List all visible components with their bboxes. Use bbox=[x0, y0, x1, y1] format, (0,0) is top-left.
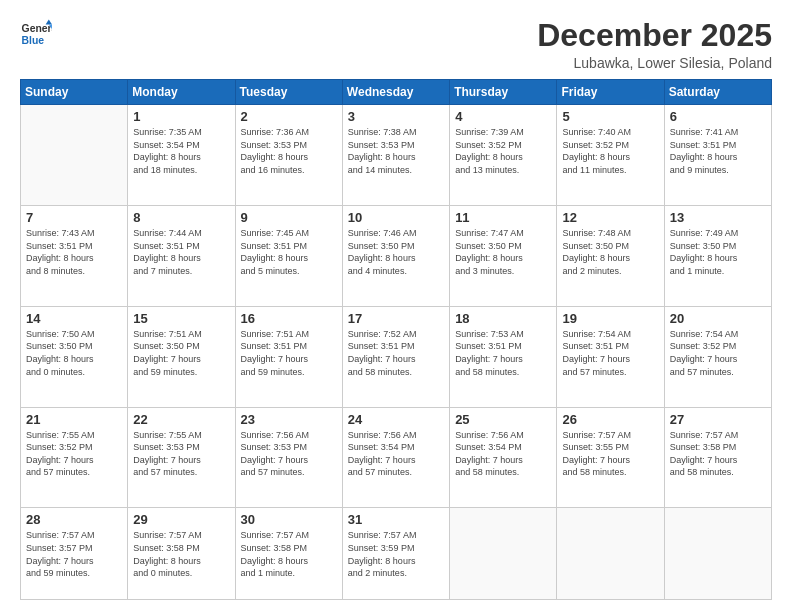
cell-info: Sunrise: 7:36 AM Sunset: 3:53 PM Dayligh… bbox=[241, 126, 337, 176]
calendar-cell: 7Sunrise: 7:43 AM Sunset: 3:51 PM Daylig… bbox=[21, 205, 128, 306]
cell-info: Sunrise: 7:45 AM Sunset: 3:51 PM Dayligh… bbox=[241, 227, 337, 277]
day-number: 7 bbox=[26, 210, 122, 225]
calendar-cell: 22Sunrise: 7:55 AM Sunset: 3:53 PM Dayli… bbox=[128, 407, 235, 508]
cell-info: Sunrise: 7:44 AM Sunset: 3:51 PM Dayligh… bbox=[133, 227, 229, 277]
cell-info: Sunrise: 7:41 AM Sunset: 3:51 PM Dayligh… bbox=[670, 126, 766, 176]
calendar-cell: 4Sunrise: 7:39 AM Sunset: 3:52 PM Daylig… bbox=[450, 105, 557, 206]
cell-info: Sunrise: 7:52 AM Sunset: 3:51 PM Dayligh… bbox=[348, 328, 444, 378]
cell-info: Sunrise: 7:57 AM Sunset: 3:55 PM Dayligh… bbox=[562, 429, 658, 479]
day-number: 23 bbox=[241, 412, 337, 427]
cell-info: Sunrise: 7:57 AM Sunset: 3:58 PM Dayligh… bbox=[133, 529, 229, 579]
day-number: 25 bbox=[455, 412, 551, 427]
cell-info: Sunrise: 7:55 AM Sunset: 3:53 PM Dayligh… bbox=[133, 429, 229, 479]
calendar-cell: 31Sunrise: 7:57 AM Sunset: 3:59 PM Dayli… bbox=[342, 508, 449, 600]
day-number: 2 bbox=[241, 109, 337, 124]
header-monday: Monday bbox=[128, 80, 235, 105]
header-friday: Friday bbox=[557, 80, 664, 105]
cell-info: Sunrise: 7:46 AM Sunset: 3:50 PM Dayligh… bbox=[348, 227, 444, 277]
calendar-cell: 2Sunrise: 7:36 AM Sunset: 3:53 PM Daylig… bbox=[235, 105, 342, 206]
day-number: 22 bbox=[133, 412, 229, 427]
cell-info: Sunrise: 7:50 AM Sunset: 3:50 PM Dayligh… bbox=[26, 328, 122, 378]
subtitle: Lubawka, Lower Silesia, Poland bbox=[537, 55, 772, 71]
calendar-cell bbox=[664, 508, 771, 600]
day-number: 17 bbox=[348, 311, 444, 326]
calendar-cell: 17Sunrise: 7:52 AM Sunset: 3:51 PM Dayli… bbox=[342, 306, 449, 407]
cell-info: Sunrise: 7:56 AM Sunset: 3:54 PM Dayligh… bbox=[348, 429, 444, 479]
day-number: 8 bbox=[133, 210, 229, 225]
calendar-cell: 19Sunrise: 7:54 AM Sunset: 3:51 PM Dayli… bbox=[557, 306, 664, 407]
cell-info: Sunrise: 7:51 AM Sunset: 3:51 PM Dayligh… bbox=[241, 328, 337, 378]
header-thursday: Thursday bbox=[450, 80, 557, 105]
day-number: 10 bbox=[348, 210, 444, 225]
calendar-cell: 8Sunrise: 7:44 AM Sunset: 3:51 PM Daylig… bbox=[128, 205, 235, 306]
cell-info: Sunrise: 7:56 AM Sunset: 3:53 PM Dayligh… bbox=[241, 429, 337, 479]
day-number: 26 bbox=[562, 412, 658, 427]
cell-info: Sunrise: 7:57 AM Sunset: 3:57 PM Dayligh… bbox=[26, 529, 122, 579]
day-number: 27 bbox=[670, 412, 766, 427]
day-number: 21 bbox=[26, 412, 122, 427]
calendar-table: Sunday Monday Tuesday Wednesday Thursday… bbox=[20, 79, 772, 600]
logo-icon: General Blue bbox=[20, 18, 52, 50]
day-number: 12 bbox=[562, 210, 658, 225]
svg-text:Blue: Blue bbox=[22, 35, 45, 46]
cell-info: Sunrise: 7:56 AM Sunset: 3:54 PM Dayligh… bbox=[455, 429, 551, 479]
calendar-header-row: Sunday Monday Tuesday Wednesday Thursday… bbox=[21, 80, 772, 105]
header-wednesday: Wednesday bbox=[342, 80, 449, 105]
day-number: 28 bbox=[26, 512, 122, 527]
day-number: 1 bbox=[133, 109, 229, 124]
day-number: 24 bbox=[348, 412, 444, 427]
calendar-cell: 30Sunrise: 7:57 AM Sunset: 3:58 PM Dayli… bbox=[235, 508, 342, 600]
calendar-cell: 23Sunrise: 7:56 AM Sunset: 3:53 PM Dayli… bbox=[235, 407, 342, 508]
calendar-cell: 11Sunrise: 7:47 AM Sunset: 3:50 PM Dayli… bbox=[450, 205, 557, 306]
calendar-cell bbox=[450, 508, 557, 600]
calendar-cell: 18Sunrise: 7:53 AM Sunset: 3:51 PM Dayli… bbox=[450, 306, 557, 407]
logo: General Blue bbox=[20, 18, 52, 50]
calendar-week-row: 7Sunrise: 7:43 AM Sunset: 3:51 PM Daylig… bbox=[21, 205, 772, 306]
cell-info: Sunrise: 7:57 AM Sunset: 3:59 PM Dayligh… bbox=[348, 529, 444, 579]
title-block: December 2025 Lubawka, Lower Silesia, Po… bbox=[537, 18, 772, 71]
calendar-week-row: 21Sunrise: 7:55 AM Sunset: 3:52 PM Dayli… bbox=[21, 407, 772, 508]
calendar-cell: 20Sunrise: 7:54 AM Sunset: 3:52 PM Dayli… bbox=[664, 306, 771, 407]
calendar-cell: 21Sunrise: 7:55 AM Sunset: 3:52 PM Dayli… bbox=[21, 407, 128, 508]
svg-text:General: General bbox=[22, 23, 52, 34]
calendar-cell: 25Sunrise: 7:56 AM Sunset: 3:54 PM Dayli… bbox=[450, 407, 557, 508]
day-number: 20 bbox=[670, 311, 766, 326]
day-number: 6 bbox=[670, 109, 766, 124]
calendar-week-row: 1Sunrise: 7:35 AM Sunset: 3:54 PM Daylig… bbox=[21, 105, 772, 206]
calendar-page: General Blue December 2025 Lubawka, Lowe… bbox=[0, 0, 792, 612]
calendar-cell: 15Sunrise: 7:51 AM Sunset: 3:50 PM Dayli… bbox=[128, 306, 235, 407]
day-number: 9 bbox=[241, 210, 337, 225]
day-number: 30 bbox=[241, 512, 337, 527]
day-number: 19 bbox=[562, 311, 658, 326]
day-number: 11 bbox=[455, 210, 551, 225]
calendar-cell: 29Sunrise: 7:57 AM Sunset: 3:58 PM Dayli… bbox=[128, 508, 235, 600]
cell-info: Sunrise: 7:35 AM Sunset: 3:54 PM Dayligh… bbox=[133, 126, 229, 176]
calendar-cell: 1Sunrise: 7:35 AM Sunset: 3:54 PM Daylig… bbox=[128, 105, 235, 206]
cell-info: Sunrise: 7:54 AM Sunset: 3:52 PM Dayligh… bbox=[670, 328, 766, 378]
calendar-cell: 27Sunrise: 7:57 AM Sunset: 3:58 PM Dayli… bbox=[664, 407, 771, 508]
day-number: 3 bbox=[348, 109, 444, 124]
cell-info: Sunrise: 7:48 AM Sunset: 3:50 PM Dayligh… bbox=[562, 227, 658, 277]
cell-info: Sunrise: 7:57 AM Sunset: 3:58 PM Dayligh… bbox=[241, 529, 337, 579]
cell-info: Sunrise: 7:54 AM Sunset: 3:51 PM Dayligh… bbox=[562, 328, 658, 378]
cell-info: Sunrise: 7:40 AM Sunset: 3:52 PM Dayligh… bbox=[562, 126, 658, 176]
cell-info: Sunrise: 7:51 AM Sunset: 3:50 PM Dayligh… bbox=[133, 328, 229, 378]
day-number: 15 bbox=[133, 311, 229, 326]
calendar-cell: 28Sunrise: 7:57 AM Sunset: 3:57 PM Dayli… bbox=[21, 508, 128, 600]
cell-info: Sunrise: 7:57 AM Sunset: 3:58 PM Dayligh… bbox=[670, 429, 766, 479]
cell-info: Sunrise: 7:49 AM Sunset: 3:50 PM Dayligh… bbox=[670, 227, 766, 277]
calendar-cell: 14Sunrise: 7:50 AM Sunset: 3:50 PM Dayli… bbox=[21, 306, 128, 407]
day-number: 31 bbox=[348, 512, 444, 527]
header: General Blue December 2025 Lubawka, Lowe… bbox=[20, 18, 772, 71]
cell-info: Sunrise: 7:53 AM Sunset: 3:51 PM Dayligh… bbox=[455, 328, 551, 378]
day-number: 14 bbox=[26, 311, 122, 326]
day-number: 18 bbox=[455, 311, 551, 326]
day-number: 5 bbox=[562, 109, 658, 124]
calendar-cell: 3Sunrise: 7:38 AM Sunset: 3:53 PM Daylig… bbox=[342, 105, 449, 206]
calendar-cell: 6Sunrise: 7:41 AM Sunset: 3:51 PM Daylig… bbox=[664, 105, 771, 206]
calendar-cell: 13Sunrise: 7:49 AM Sunset: 3:50 PM Dayli… bbox=[664, 205, 771, 306]
header-saturday: Saturday bbox=[664, 80, 771, 105]
calendar-cell: 16Sunrise: 7:51 AM Sunset: 3:51 PM Dayli… bbox=[235, 306, 342, 407]
cell-info: Sunrise: 7:43 AM Sunset: 3:51 PM Dayligh… bbox=[26, 227, 122, 277]
calendar-cell: 9Sunrise: 7:45 AM Sunset: 3:51 PM Daylig… bbox=[235, 205, 342, 306]
